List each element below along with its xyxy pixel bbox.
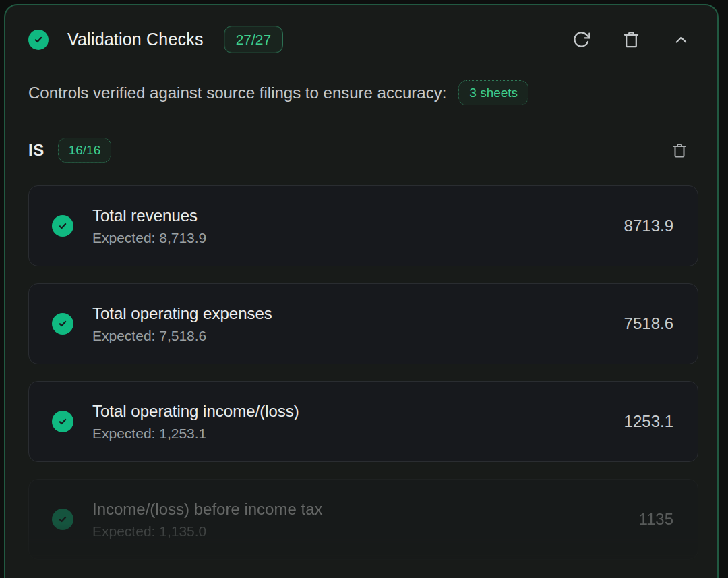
delete-button[interactable]	[622, 30, 640, 49]
panel-header: Validation Checks 27/27	[28, 26, 698, 53]
section-count-badge: 16/16	[58, 138, 112, 163]
sheets-badge[interactable]: 3 sheets	[458, 80, 528, 105]
refresh-icon	[572, 30, 590, 49]
check-circle-icon	[52, 215, 73, 237]
check-name: Total revenues	[92, 206, 206, 225]
check-circle-icon	[52, 411, 73, 432]
section-delete-button[interactable]	[671, 142, 688, 158]
check-circle-icon	[28, 30, 49, 50]
header-actions	[572, 30, 698, 49]
section-header-is: IS 16/16	[28, 138, 698, 163]
validation-checks-panel: Validation Checks 27/27 Controls verifie…	[4, 4, 719, 578]
section-label: IS	[28, 141, 44, 160]
chevron-up-icon	[672, 30, 690, 49]
check-expected: Expected: 8,713.9	[92, 230, 206, 246]
check-row[interactable]: Income/(loss) before income tax Expected…	[28, 479, 698, 560]
check-row[interactable]: Total operating expenses Expected: 7,518…	[28, 283, 698, 364]
check-name: Total operating expenses	[92, 304, 272, 323]
checks-list: Total revenues Expected: 8,713.9 8713.9 …	[28, 185, 698, 560]
refresh-button[interactable]	[572, 30, 590, 49]
total-count-badge: 27/27	[224, 26, 284, 53]
check-value: 7518.6	[624, 314, 673, 333]
trash-icon	[622, 30, 640, 49]
collapse-button[interactable]	[672, 30, 690, 49]
check-name: Income/(loss) before income tax	[92, 500, 322, 519]
panel-title: Validation Checks	[67, 30, 204, 49]
check-value: 1135	[638, 510, 673, 529]
check-row[interactable]: Total revenues Expected: 8,713.9 8713.9	[28, 185, 698, 266]
check-row[interactable]: Total operating income/(loss) Expected: …	[28, 381, 698, 462]
check-expected: Expected: 1,253.1	[92, 426, 299, 442]
description-text: Controls verified against source filings…	[28, 84, 446, 103]
check-value: 1253.1	[624, 412, 673, 431]
check-name: Total operating income/(loss)	[92, 402, 299, 421]
check-expected: Expected: 7,518.6	[92, 328, 272, 344]
check-value: 8713.9	[624, 216, 673, 235]
description-row: Controls verified against source filings…	[28, 80, 698, 105]
check-circle-icon	[52, 313, 73, 335]
trash-icon	[671, 142, 688, 158]
check-circle-icon	[52, 509, 73, 530]
check-expected: Expected: 1,135.0	[92, 523, 322, 540]
